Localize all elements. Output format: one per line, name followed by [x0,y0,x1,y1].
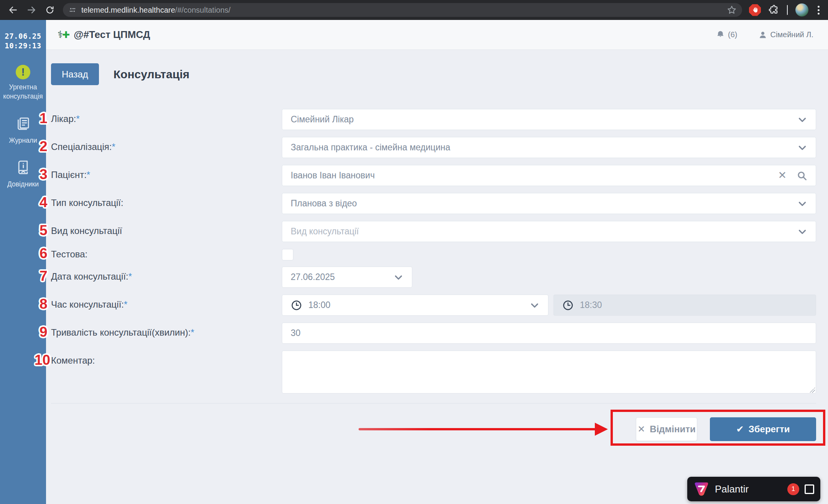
sidebar-item-label: консультація [3,92,43,101]
cancel-button[interactable]: ✕ Відмінити [636,417,697,441]
notifications-button[interactable]: (6) [716,30,737,39]
annotation-number-1: 1 [40,111,48,127]
adblock-icon[interactable] [749,4,761,16]
form-row-comment: 10 Коментар: [51,351,816,395]
time-start-input[interactable]: 18:00 [282,295,548,316]
back-button[interactable]: Назад [51,63,99,85]
back-icon[interactable] [5,2,21,18]
sidebar-item-references[interactable]: Довідники [7,160,39,189]
extensions-icon[interactable] [769,5,779,15]
bookmark-star-icon[interactable] [727,5,737,15]
doctor-value: Сімейний Лікар [291,114,354,125]
sidebar-item-label: Ургентна [3,83,43,92]
consultation-type-value: Планова з відео [291,198,357,209]
sidebar-clock: 27.06.25 10:29:13 [5,31,41,50]
consultation-kind-label: Вид консультації [51,221,282,242]
form-row-specialization: 2 Спеціалізація:* Загальна практика - сі… [51,137,816,158]
chevron-down-icon [797,199,807,209]
duration-input[interactable]: 30 [282,323,816,344]
main-content: Назад Консультація 1 Лікар:* Сімейний Лі… [46,50,828,504]
time-label: Час консультації:* [51,295,282,316]
check-icon: ✔ [736,425,744,434]
clock-icon [291,300,302,311]
comment-textarea[interactable] [282,351,816,394]
address-bar[interactable]: telemed.medlink.healthcare/#/consultatio… [63,3,742,17]
duration-label: Тривалість консультації(хвилин):* [51,323,282,344]
palantir-name: Palantir [715,483,749,495]
form-row-doctor: 1 Лікар:* Сімейний Лікар [51,109,816,130]
notifications-count: (6) [728,30,737,39]
test-label: Тестова: [51,249,282,260]
sidebar-item-urgent-consultation[interactable]: ! Ургентна консультація [3,65,43,101]
annotation-number-3: 3 [40,167,48,183]
doctor-select[interactable]: Сімейний Лікар [282,109,816,130]
user-name: Сімейний Л. [770,30,813,39]
palantir-widget[interactable]: Palantir 1 [687,477,820,501]
cancel-label: Відмінити [650,424,695,435]
reference-book-icon [15,160,31,176]
specialization-select[interactable]: Загальна практика - сімейна медицина [282,137,816,158]
form-actions: ✕ Відмінити ✔ Зберегти [51,417,816,441]
doctor-label: Лікар:* [51,109,282,130]
chevron-down-icon [393,272,403,282]
sidebar-item-label: Довідники [7,180,39,189]
form-row-test: 6 Тестова: [51,249,816,260]
form-row-time: 8 Час консультації:* 18:00 18:30 [51,295,816,316]
journals-icon [15,116,31,133]
x-icon: ✕ [637,425,645,434]
form-row-patient: 3 Пацієнт:* Іванов Іван Іванович ✕ [51,165,816,186]
reload-icon[interactable] [42,2,58,18]
restore-window-icon[interactable] [805,484,814,494]
app-header: ⚕✚ @#Тест ЦПМСД (6) Сімейний Л. [46,20,828,50]
clear-patient-icon[interactable]: ✕ [778,170,787,181]
chevron-down-icon [797,115,807,125]
form-row-duration: 9 Тривалість консультації(хвилин):* 30 [51,323,816,344]
consultation-type-select[interactable]: Планова з відео [282,193,816,214]
sidebar-item-journals[interactable]: Журнали [9,116,37,145]
toolbar-separator [787,5,788,15]
patient-label: Пацієнт:* [51,165,282,186]
clock-icon [562,300,574,311]
clinic-logo-icon: ⚕✚ [58,29,70,41]
save-button[interactable]: ✔ Зберегти [710,417,816,441]
annotation-number-10: 10 [35,352,50,368]
annotation-number-5: 5 [40,223,48,239]
chevron-down-icon [797,227,807,237]
site-info-icon[interactable] [68,6,77,14]
chevron-down-icon [530,300,540,310]
date-select[interactable]: 27.06.2025 [282,267,412,288]
forward-icon[interactable] [24,2,39,18]
user-menu[interactable]: Сімейний Л. [759,30,813,39]
profile-avatar[interactable] [795,3,808,16]
date-value: 27.06.2025 [291,272,335,282]
url-text[interactable]: telemed.medlink.healthcare/#/consultatio… [81,6,722,15]
annotation-number-6: 6 [40,246,48,262]
browser-toolbar: telemed.medlink.healthcare/#/consultatio… [0,0,828,20]
time-start-value: 18:00 [308,300,331,310]
browser-menu-icon[interactable] [816,4,821,16]
palantir-badge: 1 [787,483,799,495]
page-title: Консультація [114,68,189,81]
patient-value: Іванов Іван Іванович [291,170,375,181]
clock-time: 10:29:13 [5,41,41,51]
browser-actions [749,3,823,16]
annotation-arrow [359,422,608,436]
annotation-number-7: 7 [40,268,48,284]
consultation-kind-select[interactable]: Вид консультації [282,221,816,242]
search-icon[interactable] [797,170,807,181]
clock-date: 27.06.25 [5,31,41,41]
date-label: Дата консультації:* [51,267,282,288]
chevron-down-icon [797,143,807,153]
test-checkbox[interactable] [282,249,293,260]
user-icon [759,31,767,39]
patient-search-input[interactable]: Іванов Іван Іванович ✕ [282,165,816,186]
specialization-value: Загальна практика - сімейна медицина [291,142,450,153]
bell-icon [716,30,725,39]
form-row-consultation-kind: 5 Вид консультації Вид консультації [51,221,816,242]
annotation-number-2: 2 [40,139,48,155]
form-row-date: 7 Дата консультації:* 27.06.2025 [51,267,816,288]
annotation-number-8: 8 [40,296,48,312]
clinic-title: @#Тест ЦПМСД [74,29,150,41]
consultation-kind-placeholder: Вид консультації [291,226,359,237]
sidebar: 27.06.25 10:29:13 ! Ургентна консультаці… [0,20,46,504]
